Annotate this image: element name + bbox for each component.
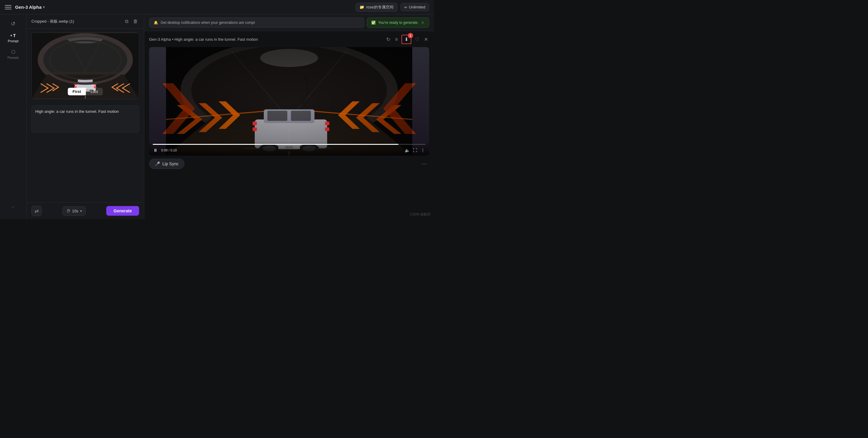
folder-icon: 📁 bbox=[360, 5, 364, 9]
notification-text: Get desktop notifications when your gene… bbox=[161, 21, 255, 25]
check-icon: ✅ bbox=[371, 21, 376, 25]
ctrl-right: 🔈 ⛶ ⋮ bbox=[405, 147, 426, 153]
sidebar-item-presets[interactable]: ⬡ Presets bbox=[0, 46, 26, 62]
video-player[interactable]: CE201 bbox=[149, 47, 429, 156]
sidebar-bottom: ← bbox=[8, 202, 18, 215]
panel-footer: ⇄ ⏱ 10s ▾ Generate bbox=[27, 202, 144, 219]
sidebar-item-prompt-label: Prompt bbox=[8, 39, 19, 43]
heart-icon: ♡ bbox=[415, 37, 419, 42]
download-badge: 1 bbox=[408, 33, 413, 38]
lip-sync-icon: 🎤 bbox=[155, 161, 160, 166]
copy-icon-button[interactable]: ⧉ bbox=[124, 18, 129, 25]
sidebar-item-prompt[interactable]: • T Prompt bbox=[0, 31, 26, 45]
watermark: CSDN @黠玥 bbox=[410, 212, 430, 216]
panel-header-icons: ⧉ 🗑 bbox=[124, 18, 139, 25]
download-button[interactable]: ⬇ 1 bbox=[401, 35, 411, 44]
notification-area: 🔔 Get desktop notifications when your ge… bbox=[144, 14, 434, 31]
first-last-buttons: First Last bbox=[68, 88, 103, 95]
text-icon: • T bbox=[10, 33, 16, 38]
copy-icon: ⧉ bbox=[125, 19, 128, 24]
sidebar-item-presets-label: Presets bbox=[7, 56, 19, 60]
presets-icon: ⬡ bbox=[11, 49, 16, 55]
delete-icon-button[interactable]: 🗑 bbox=[132, 18, 139, 25]
volume-icon: 🔈 bbox=[405, 148, 410, 153]
workspace-button[interactable]: 📁 rose的专属空间 bbox=[355, 3, 397, 12]
video-header-icons: ↻ ≡ ⬇ 1 ♡ ✕ bbox=[385, 35, 429, 44]
center-panel: Cropped - 画板.webp (1) ⧉ 🗑 bbox=[27, 14, 144, 219]
trash-icon: 🗑 bbox=[133, 19, 138, 24]
refresh-button[interactable]: ↻ bbox=[385, 35, 392, 43]
video-section: Gen-3 Alpha • High angle: a car runs in … bbox=[144, 31, 434, 219]
refresh-icon: ↻ bbox=[386, 37, 390, 42]
bell-icon: 🔔 bbox=[154, 21, 158, 25]
progress-bar[interactable] bbox=[153, 144, 426, 145]
video-more-button[interactable]: ⋮ bbox=[420, 147, 426, 153]
workspace-label: rose的专属空间 bbox=[366, 4, 393, 10]
unlimited-button[interactable]: ∞ Unlimited bbox=[401, 3, 429, 11]
app-title[interactable]: Gen-3 Alpha ▾ bbox=[15, 4, 45, 10]
lip-sync-label: Lip Sync bbox=[162, 161, 179, 166]
first-button[interactable]: First bbox=[68, 88, 86, 95]
panel-header: Cropped - 画板.webp (1) ⧉ 🗑 bbox=[27, 14, 144, 29]
lip-sync-button[interactable]: 🎤 Lip Sync bbox=[149, 159, 184, 169]
close-button[interactable]: ✕ bbox=[423, 35, 429, 43]
image-preview-container: First Last bbox=[31, 32, 139, 99]
menu-icon[interactable] bbox=[5, 4, 11, 10]
timer-icon: ⏱ bbox=[66, 209, 70, 213]
collapse-icon: ← bbox=[11, 204, 16, 209]
menu-icon: ≡ bbox=[395, 37, 398, 42]
more-options-button[interactable]: ⋯ bbox=[419, 159, 429, 168]
duration-button[interactable]: ⏱ 10s ▾ bbox=[62, 206, 86, 216]
main-layout: ↺ • T Prompt ⬡ Presets ← Cropped - 画板.we… bbox=[0, 14, 434, 219]
close-icon: ✕ bbox=[424, 37, 428, 42]
settings-button[interactable]: ⇄ bbox=[31, 206, 42, 216]
right-panel: 🔔 Get desktop notifications when your ge… bbox=[144, 14, 434, 219]
prompt-area bbox=[31, 105, 139, 134]
video-header: Gen-3 Alpha • High angle: a car runs in … bbox=[149, 35, 429, 44]
menu-button[interactable]: ≡ bbox=[394, 36, 399, 43]
infinity-icon: ∞ bbox=[404, 5, 407, 9]
prompt-input[interactable] bbox=[31, 105, 139, 132]
chevron-down-icon: ▾ bbox=[80, 209, 82, 213]
more-dots-icon: ⋯ bbox=[421, 161, 427, 167]
lip-sync-row: 🎤 Lip Sync ⋯ bbox=[149, 156, 429, 169]
controls-row: ⏸ 0:09 / 0:10 🔈 ⛶ ⋮ bbox=[153, 147, 426, 153]
sidebar: ↺ • T Prompt ⬡ Presets ← bbox=[0, 14, 27, 219]
fullscreen-button[interactable]: ⛶ bbox=[412, 147, 418, 153]
download-icon: ⬇ bbox=[404, 37, 408, 42]
top-nav: Gen-3 Alpha ▾ 📁 rose的专属空间 ∞ Unlimited bbox=[0, 0, 434, 14]
panel-title: Cropped - 画板.webp (1) bbox=[31, 19, 74, 24]
image-preview: First Last bbox=[32, 33, 139, 99]
desktop-notification-bar: 🔔 Get desktop notifications when your ge… bbox=[149, 18, 364, 28]
video-scene-svg: CE201 bbox=[149, 47, 429, 156]
fullscreen-icon: ⛶ bbox=[413, 148, 417, 153]
video-scene: CE201 bbox=[149, 47, 429, 156]
unlimited-label: Unlimited bbox=[409, 5, 425, 9]
settings-icon: ⇄ bbox=[35, 208, 39, 214]
duration-label: 10s bbox=[72, 209, 79, 213]
generate-button[interactable]: Generate bbox=[106, 206, 139, 216]
progress-bar-fill bbox=[153, 144, 398, 145]
topnav-right: 📁 rose的专属空间 ∞ Unlimited bbox=[355, 3, 429, 12]
more-icon: ⋮ bbox=[421, 148, 425, 153]
time-display: 0:09 / 0:10 bbox=[161, 148, 177, 152]
svg-rect-54 bbox=[166, 47, 412, 156]
video-controls: ⏸ 0:09 / 0:10 🔈 ⛶ ⋮ bbox=[149, 141, 429, 156]
app-title-arrow: ▾ bbox=[43, 5, 45, 9]
sidebar-collapse-button[interactable]: ← bbox=[8, 202, 18, 212]
video-title: Gen-3 Alpha • High angle: a car runs in … bbox=[149, 37, 258, 42]
undo-icon: ↺ bbox=[11, 21, 16, 27]
app-title-text: Gen-3 Alpha bbox=[15, 4, 42, 10]
last-button[interactable]: Last bbox=[86, 88, 103, 95]
pause-icon: ⏸ bbox=[153, 148, 158, 153]
success-text: You're ready to generate. bbox=[378, 21, 418, 25]
heart-button[interactable]: ♡ bbox=[414, 35, 421, 43]
pause-button[interactable]: ⏸ bbox=[153, 147, 158, 153]
success-notification-bar: ✅ You're ready to generate. ✕ bbox=[367, 18, 429, 28]
sidebar-undo[interactable]: ↺ bbox=[0, 18, 26, 30]
topnav-left: Gen-3 Alpha ▾ bbox=[5, 4, 45, 10]
notification-close-button[interactable]: ✕ bbox=[421, 20, 425, 25]
